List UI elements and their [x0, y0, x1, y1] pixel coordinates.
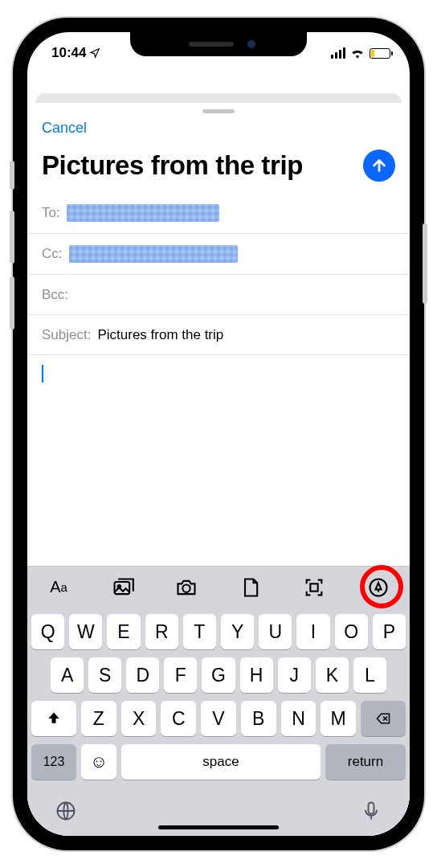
- location-icon: [89, 47, 100, 59]
- to-field[interactable]: To:: [27, 193, 410, 234]
- globe-icon[interactable]: [55, 800, 77, 822]
- key-row-1: Q W E R T Y U I O P: [31, 614, 406, 649]
- phone-frame: 10:44 Cancel Pictures from the trip: [13, 18, 424, 850]
- key-i[interactable]: I: [296, 614, 329, 649]
- numbers-key[interactable]: 123: [31, 744, 76, 780]
- key-p[interactable]: P: [373, 614, 406, 649]
- document-button[interactable]: [235, 572, 266, 603]
- key-row-3: Z X C V B N M: [31, 701, 406, 736]
- key-e[interactable]: E: [107, 614, 140, 649]
- subject-label: Subject:: [42, 327, 91, 343]
- key-q[interactable]: Q: [31, 614, 64, 649]
- key-row-4: 123 ☺ space return: [31, 744, 406, 780]
- key-l[interactable]: L: [353, 657, 386, 693]
- key-c[interactable]: C: [161, 701, 196, 736]
- screen: 10:44 Cancel Pictures from the trip: [27, 32, 410, 836]
- cc-field[interactable]: Cc:: [27, 234, 410, 275]
- key-u[interactable]: U: [259, 614, 292, 649]
- cc-label: Cc:: [42, 246, 63, 262]
- svg-rect-3: [311, 583, 318, 591]
- compose-title: Pictures from the trip: [42, 150, 303, 181]
- key-r[interactable]: R: [145, 614, 178, 649]
- key-row-2: A S D F G H J K L: [31, 657, 406, 693]
- key-w[interactable]: W: [69, 614, 102, 649]
- key-f[interactable]: F: [164, 657, 197, 693]
- key-o[interactable]: O: [335, 614, 368, 649]
- volume-down: [10, 276, 14, 330]
- text-cursor: [42, 365, 43, 383]
- key-j[interactable]: J: [278, 657, 311, 693]
- key-b[interactable]: B: [241, 701, 276, 736]
- clock: 10:44: [51, 45, 86, 61]
- subject-value: Pictures from the trip: [97, 327, 223, 343]
- format-button[interactable]: Aa: [43, 572, 74, 603]
- subject-field[interactable]: Subject: Pictures from the trip: [27, 315, 410, 355]
- space-key[interactable]: space: [121, 744, 321, 780]
- svg-rect-0: [114, 582, 129, 594]
- keyboard: Q W E R T Y U I O P A: [27, 608, 410, 792]
- markup-button[interactable]: [363, 572, 394, 603]
- key-m[interactable]: M: [321, 701, 356, 736]
- key-k[interactable]: K: [316, 657, 349, 693]
- bcc-label: Bcc:: [42, 287, 68, 303]
- emoji-key[interactable]: ☺: [81, 744, 116, 780]
- key-a[interactable]: A: [51, 657, 84, 693]
- key-v[interactable]: V: [201, 701, 236, 736]
- key-t[interactable]: T: [183, 614, 216, 649]
- key-s[interactable]: S: [88, 657, 121, 693]
- volume-up: [10, 211, 14, 264]
- key-h[interactable]: H: [240, 657, 273, 693]
- to-label: To:: [42, 205, 60, 221]
- key-d[interactable]: D: [126, 657, 159, 693]
- notch: [130, 32, 307, 56]
- backspace-key[interactable]: [361, 701, 406, 736]
- to-value-redacted: [67, 204, 219, 222]
- cancel-button[interactable]: Cancel: [42, 120, 87, 137]
- cellular-icon: [331, 47, 345, 59]
- svg-rect-6: [369, 803, 374, 814]
- send-button[interactable]: [363, 149, 395, 182]
- input-toolbar: Aa: [27, 566, 410, 608]
- camera-button[interactable]: [171, 572, 202, 603]
- battery-icon: [370, 48, 390, 59]
- home-indicator[interactable]: [158, 825, 279, 829]
- power-button: [423, 223, 427, 304]
- bcc-field[interactable]: Bcc:: [27, 275, 410, 315]
- cc-value-redacted: [69, 245, 238, 263]
- compose-sheet: Cancel Pictures from the trip To: Cc:: [27, 103, 410, 836]
- key-z[interactable]: Z: [81, 701, 116, 736]
- keyboard-area: Aa: [27, 566, 410, 836]
- key-y[interactable]: Y: [221, 614, 254, 649]
- mute-switch: [10, 161, 14, 190]
- svg-point-2: [183, 584, 190, 592]
- key-n[interactable]: N: [281, 701, 317, 736]
- scan-button[interactable]: [299, 572, 329, 603]
- key-g[interactable]: G: [202, 657, 235, 693]
- return-key[interactable]: return: [325, 744, 406, 780]
- sheet-grabber[interactable]: [202, 109, 235, 113]
- wifi-icon: [350, 47, 365, 59]
- key-x[interactable]: X: [121, 701, 157, 736]
- dictation-icon[interactable]: [360, 800, 382, 822]
- shift-key[interactable]: [31, 701, 76, 736]
- photo-library-button[interactable]: [108, 572, 138, 603]
